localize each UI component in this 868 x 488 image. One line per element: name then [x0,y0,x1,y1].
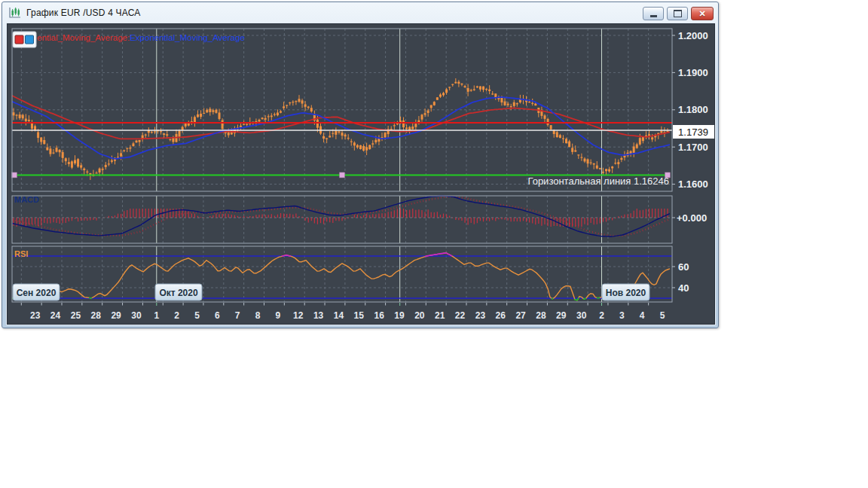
day-label: 26 [496,310,506,321]
pane-borders [12,29,672,302]
price-axis-label: 1.1800 [678,104,708,115]
day-label: 5 [660,310,665,321]
day-label: 20 [414,310,425,321]
day-label: 2 [174,310,179,321]
day-label: 23 [30,310,41,321]
day-label: 25 [71,310,81,321]
current-price-value: 1.1739 [678,127,708,138]
legend-swatch-red[interactable] [15,35,23,44]
day-label: 7 [235,310,240,321]
month-label: Сен 2020 [17,288,57,298]
price-axis-label: 1.1700 [678,142,708,153]
rsi-axis-label: 60 [678,261,689,273]
day-label: 29 [111,310,121,321]
maximize-icon [674,10,682,17]
legend-text: ential_Moving_Average:Exponential_Moving… [37,33,245,42]
green-horizontal-line[interactable]: Горизонтальная линия 1.16246 [12,172,671,187]
line-drag-handle[interactable] [12,172,17,178]
day-label: 8 [255,310,261,321]
day-label: 6 [215,310,220,321]
minimize-icon [650,15,657,17]
price-axis-label: 1.1600 [678,178,708,190]
close-button[interactable]: ✕ [691,7,714,20]
line-drag-handle[interactable] [340,172,345,178]
day-label: 29 [556,310,567,321]
chart-window: График EUR /USD 4 ЧАСА ✕ Горизонтальная … [2,2,719,328]
legend-swatch-blue[interactable] [26,35,34,44]
day-label: 28 [536,310,546,321]
day-label: 4 [640,310,645,321]
indicator-legend: ential_Moving_Average:Exponential_Moving… [13,32,245,47]
month-label: Нов 2020 [606,288,646,298]
candlesticks [13,78,669,180]
chart-client-area[interactable]: Горизонтальная линия 1.16246ential_Movin… [7,23,715,325]
window-title: График EUR /USD 4 ЧАСА [26,8,141,18]
moving-averages [12,96,670,159]
rsi-label: RSI [14,249,28,258]
day-label: 23 [475,310,486,321]
day-label: 22 [455,310,466,321]
month-label: Окт 2020 [159,288,198,298]
time-axis[interactable]: 2324252829301256789121314151619202122232… [21,303,665,321]
day-label: 3 [619,310,625,321]
day-label: 30 [131,310,142,321]
day-label: 13 [313,310,324,321]
price-axis-label: 1.1900 [678,67,708,78]
title-bar[interactable]: График EUR /USD 4 ЧАСА ✕ [2,2,718,23]
day-label: 19 [394,310,405,321]
axes: 1.20001.19001.18001.17001.1600+0.0006040 [672,30,708,294]
day-label: 30 [576,310,587,321]
day-label: 16 [374,310,384,321]
day-label: 27 [515,310,526,321]
current-price-tag: 1.1739 [673,125,714,139]
candlestick-chart-icon [8,7,22,19]
macd-label: MACD [14,195,39,204]
minimize-button[interactable] [643,7,664,20]
rsi-pane: RSI [12,249,672,300]
day-label: 5 [194,310,200,321]
grid-lines [12,29,672,302]
day-label: 28 [91,310,102,321]
price-axis-label: 1.2000 [678,30,708,41]
macd-axis-label: +0.000 [677,212,707,224]
day-label: 12 [293,310,304,321]
hline-label: Горизонтальная линия 1.16246 [527,175,669,187]
day-label: 21 [435,310,445,321]
day-label: 14 [334,310,344,321]
day-label: 1 [154,310,159,321]
day-label: 24 [50,310,61,321]
chart-canvas[interactable]: Горизонтальная линия 1.16246ential_Movin… [8,24,714,324]
day-label: 2 [599,310,604,321]
rsi-axis-label: 40 [678,282,689,294]
close-icon: ✕ [698,10,705,18]
day-label: 9 [276,310,281,321]
day-label: 15 [354,310,365,321]
macd-pane: MACD [12,195,670,236]
maximize-button[interactable] [667,7,688,20]
